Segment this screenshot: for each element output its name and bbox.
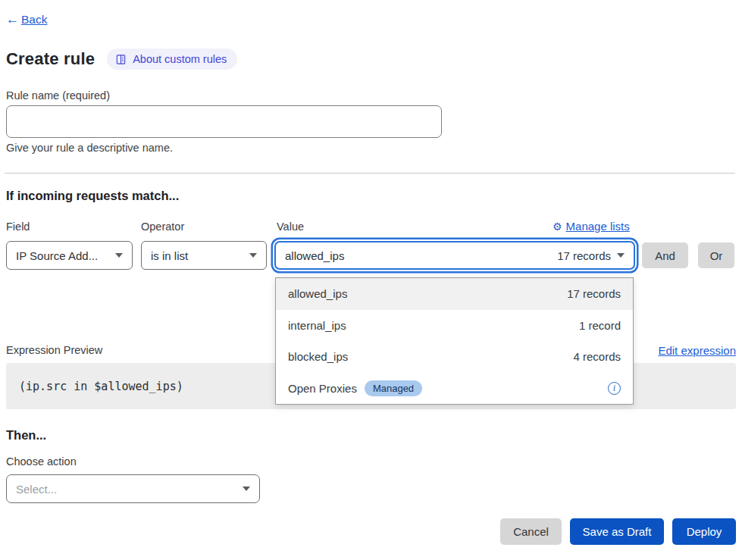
then-section-heading: Then... bbox=[6, 428, 46, 443]
about-custom-rules-link[interactable]: About custom rules bbox=[107, 48, 237, 70]
or-button[interactable]: Or bbox=[698, 242, 734, 268]
deploy-button[interactable]: Deploy bbox=[672, 518, 736, 545]
choose-action-label: Choose action bbox=[6, 455, 77, 468]
match-section-heading: If incoming requests match... bbox=[6, 189, 179, 203]
list-item-allowed-ips[interactable]: allowed_ips 17 records bbox=[276, 278, 633, 310]
title-row: Create rule About custom rules bbox=[6, 48, 237, 70]
action-select-placeholder: Select... bbox=[16, 483, 236, 496]
manage-lists-label: Manage lists bbox=[566, 220, 630, 233]
rule-name-label: Rule name (required) bbox=[6, 89, 110, 102]
field-label: Field bbox=[6, 221, 30, 233]
operator-select[interactable]: is in list bbox=[141, 241, 267, 270]
back-link[interactable]: ←Back bbox=[6, 12, 47, 27]
rule-name-input[interactable] bbox=[6, 105, 442, 138]
edit-expression-link[interactable]: Edit expression bbox=[658, 344, 736, 357]
list-item-blocked-ips[interactable]: blocked_ips 4 records bbox=[276, 341, 633, 373]
book-icon bbox=[115, 54, 127, 65]
list-item-open-proxies[interactable]: Open Proxies Managed i bbox=[276, 373, 633, 405]
about-custom-rules-label: About custom rules bbox=[133, 53, 227, 65]
field-select-value: IP Source Add... bbox=[16, 249, 109, 262]
list-item-name: Open Proxies bbox=[288, 382, 357, 395]
operator-select-value: is in list bbox=[151, 249, 243, 262]
create-rule-page: ←Back Create rule About custom rules Rul… bbox=[0, 0, 742, 560]
list-item-records: 4 records bbox=[573, 350, 621, 363]
chevron-down-icon bbox=[617, 253, 625, 258]
managed-badge: Managed bbox=[365, 380, 422, 396]
list-dropdown-panel: allowed_ips 17 records internal_ips 1 re… bbox=[275, 277, 634, 405]
chevron-down-icon bbox=[243, 486, 250, 491]
chevron-down-icon bbox=[249, 253, 257, 258]
list-item-name: internal_ips bbox=[288, 319, 346, 332]
value-label: Value bbox=[277, 221, 304, 233]
list-item-name: allowed_ips bbox=[288, 287, 347, 300]
page-title: Create rule bbox=[6, 49, 95, 69]
operator-label: Operator bbox=[141, 221, 184, 233]
expression-code: (ip.src in $allowed_ips) bbox=[19, 380, 183, 393]
info-icon[interactable]: i bbox=[608, 382, 621, 395]
expression-preview-label: Expression Preview bbox=[6, 344, 102, 356]
value-select-records: 17 records bbox=[557, 249, 611, 262]
list-item-records: 17 records bbox=[567, 287, 621, 300]
chevron-down-icon bbox=[115, 253, 123, 258]
action-select[interactable]: Select... bbox=[6, 474, 260, 503]
back-arrow-icon: ← bbox=[6, 12, 19, 27]
list-item-internal-ips[interactable]: internal_ips 1 record bbox=[276, 310, 633, 342]
manage-lists-link[interactable]: ⚙ Manage lists bbox=[553, 220, 630, 233]
value-select[interactable]: allowed_ips 17 records bbox=[274, 241, 635, 270]
rule-name-helper: Give your rule a descriptive name. bbox=[6, 142, 173, 154]
value-select-value: allowed_ips bbox=[285, 249, 344, 262]
save-as-draft-button[interactable]: Save as Draft bbox=[570, 518, 664, 545]
list-item-records: 1 record bbox=[579, 319, 621, 332]
back-link-label: Back bbox=[21, 13, 47, 27]
cancel-button[interactable]: Cancel bbox=[500, 518, 562, 545]
section-divider bbox=[5, 173, 735, 174]
and-button[interactable]: And bbox=[642, 242, 688, 268]
list-item-name: blocked_ips bbox=[288, 350, 348, 363]
field-select[interactable]: IP Source Add... bbox=[6, 241, 133, 270]
gear-icon: ⚙ bbox=[553, 221, 562, 233]
